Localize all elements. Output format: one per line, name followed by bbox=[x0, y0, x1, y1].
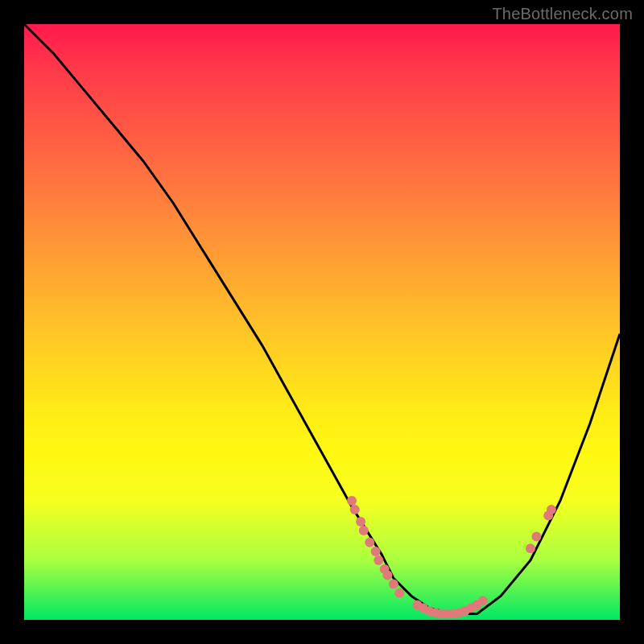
data-marker bbox=[350, 505, 360, 514]
data-marker bbox=[389, 580, 398, 589]
data-marker bbox=[478, 596, 488, 605]
data-marker bbox=[374, 555, 383, 565]
data-marker bbox=[526, 543, 535, 553]
data-marker bbox=[394, 588, 404, 598]
data-marker bbox=[359, 526, 369, 535]
chart-svg bbox=[24, 24, 620, 620]
bottleneck-curve bbox=[24, 24, 620, 614]
data-marker bbox=[371, 547, 381, 556]
data-marker bbox=[382, 571, 392, 580]
data-marker bbox=[365, 538, 374, 547]
plot-area bbox=[24, 24, 620, 620]
watermark-text: TheBottleneck.com bbox=[492, 5, 633, 23]
marker-group bbox=[347, 496, 556, 619]
chart-frame: TheBottleneck.com bbox=[0, 0, 644, 644]
data-marker bbox=[531, 531, 541, 541]
data-marker bbox=[547, 505, 556, 514]
data-marker bbox=[347, 496, 357, 506]
data-marker bbox=[356, 517, 365, 526]
